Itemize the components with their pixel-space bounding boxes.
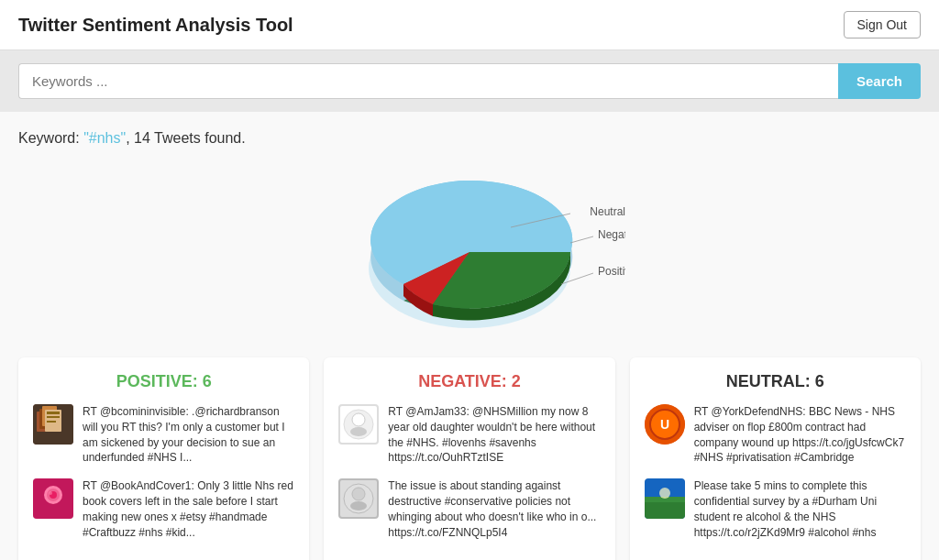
svg-point-21	[350, 501, 367, 511]
tweet-text: Please take 5 mins to complete this conf…	[694, 478, 906, 540]
tweet-item: U RT @YorkDefendNHS: BBC News - NHS advi…	[645, 404, 906, 466]
pie-chart: Negative Positive Neutral	[314, 165, 625, 330]
svg-point-16	[49, 491, 52, 495]
tweet-text: The issue is about standing against dest…	[388, 478, 600, 540]
svg-rect-11	[47, 421, 56, 423]
neutral-label: Neutral	[590, 205, 625, 218]
svg-rect-9	[47, 412, 60, 414]
avatar	[33, 478, 73, 519]
tweet-item: The issue is about standing against dest…	[338, 478, 600, 540]
avatar	[338, 478, 379, 519]
svg-point-18	[350, 427, 367, 436]
keyword-value: "#nhs"	[83, 130, 126, 146]
avatar	[645, 478, 685, 519]
negative-card: NEGATIVE: 2 RT @AmJam33: @NHSMillion my …	[324, 357, 614, 560]
tweet-item: RT @AmJam33: @NHSMillion my now 8 year o…	[338, 404, 600, 466]
tweet-item: RT @BookAndCover1: Only 3 little Nhs red…	[33, 478, 294, 540]
svg-point-19	[352, 413, 365, 426]
positive-card: POSITIVE: 6 RT @bcomininvisible: .@richa	[18, 357, 309, 560]
positive-label: Positive	[598, 265, 625, 278]
sign-out-button[interactable]: Sign Out	[844, 11, 921, 38]
main-content: Keyword: "#nhs", 14 Tweets found.	[0, 112, 939, 560]
svg-point-29	[659, 488, 670, 499]
tweet-item: RT @bcomininvisible: .@richardbranson wi…	[33, 404, 294, 466]
avatar: U	[645, 404, 685, 445]
svg-rect-10	[47, 416, 60, 418]
tweet-text: RT @YorkDefendNHS: BBC News - NHS advise…	[694, 404, 906, 466]
tweet-item: Please take 5 mins to complete this conf…	[645, 478, 906, 540]
tweet-text: RT @AmJam33: @NHSMillion my now 8 year o…	[388, 404, 600, 466]
search-button[interactable]: Search	[838, 63, 921, 99]
chart-container: Negative Positive Neutral	[18, 165, 921, 330]
keyword-prefix: Keyword:	[18, 130, 83, 146]
neutral-card-title: NEUTRAL: 6	[645, 372, 906, 391]
search-bar: Search	[0, 50, 939, 112]
negative-card-title: NEGATIVE: 2	[338, 372, 600, 391]
search-input[interactable]	[18, 63, 838, 99]
tweet-text: RT @BookAndCover1: Only 3 little Nhs red…	[83, 478, 294, 540]
app-title: Twitter Sentiment Analysis Tool	[18, 15, 293, 36]
svg-text:U: U	[660, 417, 669, 432]
negative-label: Negative	[598, 228, 625, 241]
keyword-result-line: Keyword: "#nhs", 14 Tweets found.	[18, 130, 921, 147]
keyword-suffix: , 14 Tweets found.	[126, 130, 245, 146]
positive-card-title: POSITIVE: 6	[33, 372, 294, 391]
avatar	[33, 404, 73, 445]
header: Twitter Sentiment Analysis Tool Sign Out	[0, 0, 939, 50]
svg-point-22	[352, 488, 365, 500]
tweet-text: RT @bcomininvisible: .@richardbranson wi…	[83, 404, 294, 466]
cards-row: POSITIVE: 6 RT @bcomininvisible: .@richa	[18, 357, 921, 560]
svg-line-1	[570, 236, 593, 243]
neutral-card: NEUTRAL: 6 U RT @YorkDefendNHS: BBC News…	[630, 357, 921, 560]
avatar	[338, 404, 379, 445]
